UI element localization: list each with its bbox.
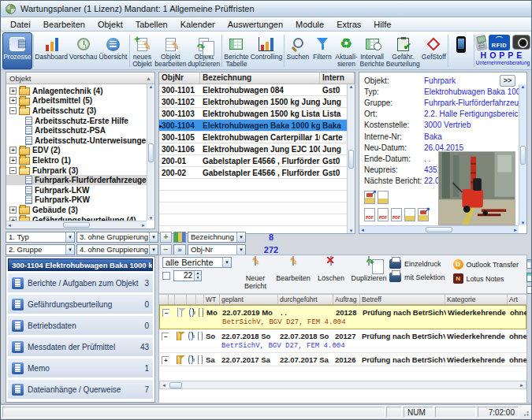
details-vertical-scrollbar[interactable]: ▲▼ — [519, 84, 526, 225]
tree-horizontal-scrollbar[interactable]: ◄► — [6, 221, 147, 229]
resize-grip[interactable] — [520, 407, 530, 417]
toolbar-button-dashboard[interactable]: Dashboard — [35, 32, 69, 69]
menu-datei[interactable]: Datei — [4, 18, 37, 31]
chevron-down-icon[interactable]: ▼ — [65, 232, 74, 242]
subpanel-item-memo[interactable]: Memo1 — [8, 359, 153, 377]
toolbar-button-aktualisieren[interactable]: Aktuali- sieren — [334, 32, 359, 69]
edit-report-button[interactable]: Bearbeiten — [276, 257, 311, 293]
tree-item[interactable]: Fuhrpark (3) — [6, 165, 147, 176]
scroll-down-icon[interactable]: ▼ — [149, 216, 154, 221]
table-row[interactable]: 300-1105Elektrohubwagen Carterpillar 160… — [159, 132, 347, 143]
toolbar-button-gefaehrdungsbeurteilung[interactable]: Gefähr. Beurteilung — [385, 32, 420, 69]
expander-minus-icon[interactable] — [9, 167, 17, 174]
chevron-down-icon[interactable]: ▼ — [236, 232, 245, 242]
camera-icon[interactable] — [512, 35, 530, 50]
menu-auswertungen[interactable]: Auswertungen — [221, 18, 289, 31]
scroll-down-icon[interactable]: ▼ — [521, 221, 526, 225]
barcode-scanner-icon[interactable] — [474, 33, 488, 51]
archive-file-icon[interactable] — [378, 191, 389, 204]
subpanel-item-dateianhaenge[interactable]: Dateianhänge / Querweise7 — [8, 380, 153, 399]
tree-item[interactable]: Gebäude (3) — [6, 205, 147, 215]
toolbar-button-objekt-duplizieren[interactable]: Objekt duplizieren — [187, 32, 221, 69]
toolbar-button-neues-objekt[interactable]: neues Objekt — [130, 32, 154, 69]
table-row[interactable]: 300-1103Elektrohubwagen 1500 kg ListaLis… — [159, 108, 347, 120]
tree-item[interactable]: Arbeitsschutz-Unterweisungen — [6, 136, 147, 146]
new-report-button[interactable]: Neuer Bericht — [238, 257, 273, 293]
grouping-2-dropdown[interactable]: 2. Gruppe▼ — [6, 244, 75, 255]
menu-bearbeiten[interactable]: Bearbeiten — [37, 18, 91, 31]
scroll-right-icon[interactable]: ► — [141, 223, 146, 228]
tree-item[interactable]: Arbeitsschutz-PSA — [6, 125, 147, 136]
image-export-icon[interactable] — [418, 208, 429, 221]
scrollbar-thumb[interactable] — [148, 143, 154, 162]
scroll-left-icon[interactable]: ◄ — [7, 223, 12, 228]
table-row[interactable]: 300-1102Elektrohubwagen 1500 kg JungheiJ… — [159, 96, 347, 108]
tree-item-selected[interactable]: Fuhrpark-Flurförderfahrzeuge — [6, 175, 147, 185]
object-photo[interactable] — [438, 151, 515, 225]
tree-item[interactable]: Elektro (1) — [6, 155, 147, 165]
menu-extras[interactable]: Extras — [330, 18, 367, 31]
menu-tabellen[interactable]: Tabellen — [129, 18, 174, 31]
expander-plus-icon[interactable] — [9, 97, 17, 104]
grouping-4-dropdown[interactable]: 4. ohne Gruppierung▼ — [76, 244, 158, 255]
row-collapse-icon[interactable] — [162, 309, 169, 317]
tree-item[interactable]: Gefährdungsbeurteilung (4) — [6, 215, 147, 221]
tree-item[interactable]: Arbeitsschutz-Erste Hilfe — [6, 116, 147, 126]
chevron-down-icon[interactable]: ▼ — [222, 258, 231, 267]
count-field-1-dropdown[interactable]: Bezeichnung▼ — [188, 232, 246, 243]
column-header-durchgefuehrt[interactable]: durchgeführt — [278, 295, 333, 304]
expander-minus-icon[interactable] — [9, 107, 17, 114]
tree-item[interactable]: Fuhrpark-PKW — [6, 195, 147, 206]
reports-horizontal-scrollbar[interactable]: ◄► — [159, 381, 526, 389]
chevron-down-icon[interactable]: ▼ — [236, 245, 245, 255]
menu-hilfe[interactable]: Hilfe — [367, 18, 397, 31]
scroll-up-icon[interactable]: ▲ — [521, 84, 526, 89]
grouping-3-dropdown[interactable]: 3. ohne Gruppierung▼ — [76, 232, 158, 243]
toolbar-button-vorschau[interactable]: Vorschau — [69, 32, 99, 69]
subpanel-item-betriebsdaten[interactable]: Betriebsdaten0 — [8, 316, 153, 335]
limit-checkbox[interactable] — [162, 272, 170, 280]
toolbar-button-controlling[interactable]: Controlling — [250, 32, 283, 69]
tree-item[interactable]: Fuhrpark-LKW — [6, 185, 147, 195]
column-header-kategorie[interactable]: Kategorie — [445, 295, 508, 304]
scrollbar-thumb[interactable] — [63, 222, 90, 228]
column-header-betreff[interactable]: Betreff — [360, 295, 445, 304]
table-designer-button[interactable]: Tabellendesigner — [526, 259, 532, 269]
report-row-group-selected[interactable]: Mo 22.07.2019 Mo . . 20128 Prüfung nach … — [159, 305, 526, 329]
scroll-up-icon[interactable]: ▲ — [149, 84, 154, 89]
scrollbar-thumb[interactable] — [426, 227, 452, 232]
pdf-file-icon[interactable] — [391, 208, 402, 221]
column-header-objnr[interactable]: ObjNr — [159, 72, 200, 84]
menu-objekt[interactable]: Objekt — [91, 18, 129, 31]
count-spinner[interactable]: 22 ▲▼ — [173, 270, 202, 281]
prognose-checkbox[interactable] — [526, 286, 532, 294]
report-range-dropdown[interactable]: alle Berichte▼ — [162, 257, 232, 268]
chevron-down-icon[interactable]: ▼ — [65, 245, 74, 255]
subpanel-item-gefaehrdung[interactable]: Gefährdungsbeurteilung0 — [8, 295, 153, 314]
object-table-vertical-scrollbar[interactable]: ▲▼ — [347, 84, 355, 233]
tree-item[interactable]: Arbeitsschutz (3) — [6, 106, 147, 116]
scroll-right-icon[interactable]: ► — [513, 228, 518, 232]
remove-grouping-button[interactable]: − — [160, 244, 172, 255]
toolbar-button-gefstoff[interactable]: GefStoff — [420, 32, 447, 69]
pdf-file-icon[interactable] — [378, 208, 389, 221]
apply-grouping-icon[interactable] — [173, 232, 186, 243]
row-expand-icon[interactable] — [162, 356, 169, 364]
pdf-file-icon[interactable] — [364, 208, 375, 221]
rfid-logo-icon[interactable]: RFID — [489, 35, 510, 50]
expand-panel-icon[interactable]: » — [173, 244, 186, 255]
toolbar-button-uebersicht[interactable]: Übersicht — [98, 32, 128, 69]
scroll-left-icon[interactable]: ◄ — [162, 383, 166, 388]
expander-plus-icon[interactable] — [9, 87, 17, 95]
tree-item[interactable]: Arbeitsmittel (5) — [6, 96, 147, 106]
report-row-group[interactable]: Sa 22.07.2017 Sa 22.07.2017 Sa 20126 Prü… — [159, 353, 526, 366]
chevron-down-icon[interactable]: ▼ — [149, 245, 158, 255]
subpanel-item-berichte[interactable]: Berichte / Aufgaben zum Objekt3 — [8, 273, 153, 292]
row-collapse-icon[interactable] — [162, 333, 169, 340]
expander-plus-icon[interactable] — [9, 147, 17, 154]
column-header-wt[interactable]: WT — [204, 295, 220, 304]
table-row[interactable]: 200-01Gabelstapler E4566 , Flurförderzeu… — [159, 155, 347, 167]
spinner-down-icon[interactable]: ▼ — [194, 276, 201, 281]
duplicate-report-button[interactable]: Duplizieren — [352, 257, 386, 293]
outlook-transfer-button[interactable]: Outlook Transfer — [453, 259, 519, 269]
